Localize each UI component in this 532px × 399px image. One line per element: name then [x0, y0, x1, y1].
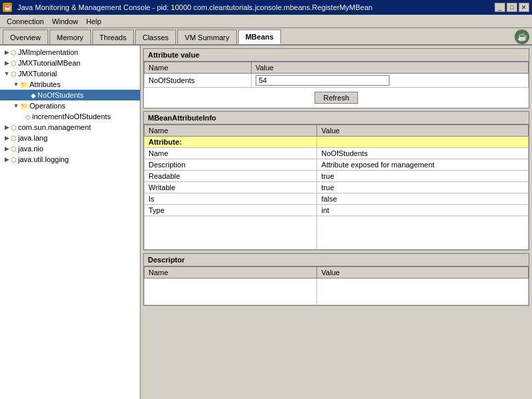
attr-value-cell [251, 74, 528, 88]
sidebar-label-noofstudents: NoOfStudents [37, 91, 84, 99]
info-value-4: false [317, 193, 529, 205]
tab-vmsummary[interactable]: VM Summary [177, 29, 237, 44]
table-row: Is false [145, 193, 529, 205]
sidebar: ▶ ⬡ JMImplementation ▶ ⬡ JMXTutorialMBea… [0, 46, 141, 399]
sidebar-item-jmxtutorial[interactable]: ▼ ⬡ JMXTutorial [0, 68, 140, 79]
title-bar: ☕ Java Monitoring & Management Console -… [0, 0, 532, 15]
sidebar-item-javalang[interactable]: ▶ ⬡ java.lang [0, 133, 140, 143]
sidebar-item-incrementnoofstudents[interactable]: ◇ incrementNoOfStudents [0, 111, 140, 122]
tab-threads[interactable]: Threads [92, 29, 134, 44]
info-name-5: Type [145, 205, 317, 216]
expand-icon: ▶ [3, 134, 11, 142]
sidebar-label-jmxtutorialmbean: JMXTutorialMBean [18, 59, 80, 67]
close-button[interactable]: ✕ [519, 3, 529, 12]
descriptor-content: Name Value [144, 266, 529, 305]
attr-value-header: Value [251, 62, 528, 74]
sidebar-label-comsunmanagement: com.sun.management [18, 123, 91, 131]
expand-icon [23, 91, 31, 99]
attribute-value-content: Name Value NoOfStudents R [144, 62, 529, 108]
menu-connection[interactable]: Connection [3, 16, 48, 27]
highlight-name: Attribute: [145, 137, 317, 148]
tab-overview[interactable]: Overview [3, 29, 48, 44]
folder-icon: 📁 [20, 102, 28, 110]
attribute-value-panel: Attribute value Name Value NoOfStudents [143, 48, 529, 108]
bean-icon: ⬡ [11, 135, 17, 142]
bean-icon: ⬡ [11, 49, 17, 56]
info-value-1: Attribute exposed for management [317, 159, 529, 171]
sidebar-label-incrementnoofstudents: incrementNoOfStudents [32, 112, 110, 121]
tab-bar: Overview Memory Threads Classes VM Summa… [0, 28, 532, 46]
sidebar-label-jmxtutorial: JMXTutorial [18, 70, 57, 78]
tab-memory[interactable]: Memory [50, 29, 91, 44]
sidebar-label-javanio: java.nio [18, 145, 43, 153]
info-name-0: Name [145, 148, 317, 159]
attr-icon: ◆ [31, 92, 36, 99]
bean-icon: ⬡ [11, 156, 17, 163]
expand-icon: ▶ [3, 59, 11, 67]
sidebar-label-javautillogging: java.util.logging [18, 155, 69, 163]
info-name-2: Readable [145, 171, 317, 182]
attr-name-cell: NoOfStudents [145, 74, 252, 88]
table-row: NoOfStudents [145, 74, 529, 88]
table-row: Name NoOfStudents [145, 148, 529, 159]
sidebar-label-operations: Operations [29, 102, 66, 110]
window-title: Java Monitoring & Management Console - p… [17, 3, 373, 11]
info-value-5: int [317, 205, 529, 216]
sidebar-item-javautillogging[interactable]: ▶ ⬡ java.util.logging [0, 154, 140, 165]
table-row: Description Attribute exposed for manage… [145, 159, 529, 171]
info-value-3: true [317, 182, 529, 193]
menu-window[interactable]: Window [48, 16, 82, 27]
empty-row [145, 278, 529, 305]
mbean-info-title: MBeanAttributeInfo [144, 112, 529, 125]
folder-icon: 📁 [20, 81, 28, 88]
descriptor-panel: Descriptor Name Value [143, 253, 529, 306]
expand-icon: ▼ [12, 102, 20, 110]
sidebar-label-jmimplementation: JMImplementation [18, 48, 78, 56]
highlight-value [317, 137, 529, 148]
attribute-value-table: Name Value NoOfStudents [144, 62, 529, 88]
minimize-button[interactable]: _ [495, 3, 505, 12]
expand-icon: ▶ [3, 123, 11, 131]
info-value-0: NoOfStudents [317, 148, 529, 159]
expand-icon: ▼ [12, 80, 20, 88]
info-value-2: true [317, 171, 529, 182]
sidebar-item-attributes[interactable]: ▼ 📁 Attributes [0, 79, 140, 90]
tab-mbeans[interactable]: MBeans [238, 29, 281, 44]
mbean-name-header: Name [145, 125, 317, 137]
sidebar-item-javanio[interactable]: ▶ ⬡ java.nio [0, 143, 140, 154]
sidebar-item-jmimplementation[interactable]: ▶ ⬡ JMImplementation [0, 47, 140, 58]
attribute-value-title: Attribute value [144, 49, 529, 62]
menu-help[interactable]: Help [82, 16, 106, 27]
sidebar-item-operations[interactable]: ▼ 📁 Operations [0, 100, 140, 111]
mbean-info-panel: MBeanAttributeInfo Name Value Attribute: [143, 111, 529, 250]
bean-icon: ⬡ [11, 124, 17, 131]
window-controls[interactable]: _ □ ✕ [495, 3, 529, 12]
refresh-button-container: Refresh [144, 88, 529, 108]
sidebar-item-jmxtutorialmbean[interactable]: ▶ ⬡ JMXTutorialMBean [0, 58, 140, 68]
table-row: Type int [145, 205, 529, 216]
bean-icon: ⬡ [11, 60, 17, 67]
info-name-4: Is [145, 193, 317, 205]
bean-icon: ⬡ [11, 145, 17, 153]
maximize-button[interactable]: □ [507, 3, 517, 12]
app-icon: ☕ [3, 3, 12, 12]
mbean-value-header: Value [317, 125, 529, 137]
table-row: Writable true [145, 182, 529, 193]
op-icon: ◇ [25, 113, 31, 121]
expand-icon: ▼ [3, 70, 11, 78]
refresh-button[interactable]: Refresh [315, 92, 358, 104]
desc-value-header: Value [317, 267, 529, 278]
content-area: Attribute value Name Value NoOfStudents [141, 46, 532, 399]
expand-icon: ▶ [3, 48, 11, 56]
tab-classes[interactable]: Classes [135, 29, 176, 44]
expand-icon: ▶ [3, 145, 11, 153]
table-row: Readable true [145, 171, 529, 182]
mbean-highlight-row: Attribute: [145, 137, 529, 148]
java-icon: ☕ [515, 29, 529, 44]
info-name-3: Writable [145, 182, 317, 193]
sidebar-item-comsunmanagement[interactable]: ▶ ⬡ com.sun.management [0, 122, 140, 133]
sidebar-item-noofstudents[interactable]: ◆ NoOfStudents [0, 90, 140, 100]
attr-value-input[interactable] [256, 75, 389, 86]
descriptor-title: Descriptor [144, 254, 529, 266]
menu-bar: Connection Window Help [0, 15, 532, 28]
